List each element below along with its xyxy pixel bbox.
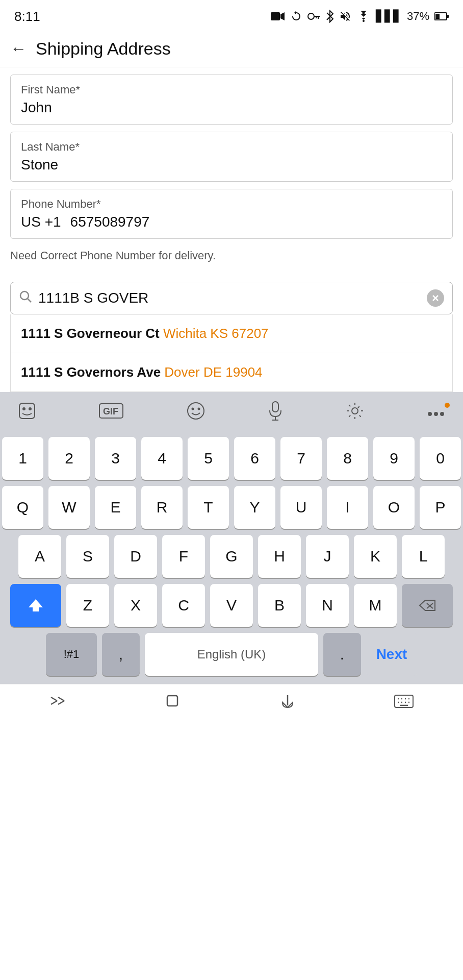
autocomplete-city-2: Dover DE 19904	[164, 364, 262, 380]
space-key[interactable]: English (UK)	[145, 633, 318, 676]
key-0[interactable]: 0	[420, 437, 461, 480]
svg-line-11	[28, 299, 31, 302]
svg-point-10	[20, 291, 29, 300]
svg-rect-3	[314, 16, 320, 17]
key-i[interactable]: I	[327, 486, 368, 529]
key-p[interactable]: P	[420, 486, 461, 529]
key-j[interactable]: J	[306, 535, 349, 578]
key-d[interactable]: D	[114, 535, 157, 578]
key-4[interactable]: 4	[141, 437, 183, 480]
key-2[interactable]: 2	[48, 437, 90, 480]
key-o[interactable]: O	[373, 486, 415, 529]
key-1[interactable]: 1	[2, 437, 43, 480]
keyboard-row-asdf: A S D F G H J K L	[2, 535, 461, 578]
svg-rect-9	[447, 15, 449, 18]
svg-line-33	[51, 701, 57, 704]
autocomplete-address-1: 1111 S Governeour Ct	[21, 326, 160, 341]
autocomplete-address-2: 1111 S Governors Ave	[21, 364, 161, 380]
comma-key[interactable]: ,	[102, 633, 140, 676]
mic-button[interactable]	[263, 399, 288, 426]
key-u[interactable]: U	[280, 486, 322, 529]
battery-percentage: 37%	[407, 10, 429, 23]
last-name-label: Last Name*	[21, 140, 442, 154]
key-b[interactable]: B	[258, 584, 301, 627]
phone-label: Phone Number*	[21, 198, 442, 211]
svg-point-21	[197, 407, 200, 410]
shift-key[interactable]	[10, 584, 61, 627]
key-q[interactable]: Q	[2, 486, 43, 529]
key-7[interactable]: 7	[280, 437, 322, 480]
back-nav-button[interactable]	[37, 687, 79, 719]
key-f[interactable]: F	[162, 535, 205, 578]
key-t[interactable]: T	[188, 486, 229, 529]
key-9[interactable]: 9	[373, 437, 415, 480]
address-search-container[interactable]	[10, 282, 453, 314]
key-x[interactable]: X	[114, 584, 157, 627]
more-button[interactable]	[421, 402, 451, 423]
phone-field[interactable]: Phone Number* US +1 6575089797	[10, 189, 453, 239]
key-n[interactable]: N	[306, 584, 349, 627]
next-key[interactable]: Next	[366, 633, 417, 676]
key-k[interactable]: K	[354, 535, 397, 578]
svg-rect-5	[316, 17, 317, 18]
keyboard-nav-button[interactable]	[381, 688, 426, 718]
sticker-button[interactable]	[12, 399, 42, 426]
key-r[interactable]: R	[141, 486, 183, 529]
svg-point-19	[188, 403, 204, 419]
last-name-field[interactable]: Last Name* Stone	[10, 132, 453, 182]
autocomplete-item[interactable]: 1111 S Governors Ave Dover DE 19904	[11, 353, 452, 391]
autocomplete-item[interactable]: 1111 S Governeour Ct Wichita KS 67207	[11, 314, 452, 353]
address-search-input[interactable]	[38, 290, 427, 306]
search-icon	[19, 290, 32, 307]
key-s[interactable]: S	[66, 535, 109, 578]
svg-rect-22	[272, 402, 278, 412]
settings-button[interactable]	[341, 400, 369, 426]
svg-point-20	[191, 407, 194, 410]
bluetooth-icon	[326, 10, 334, 23]
svg-point-6	[363, 20, 365, 22]
period-key[interactable]: .	[323, 633, 361, 676]
key-y[interactable]: Y	[234, 486, 275, 529]
svg-point-28	[440, 412, 444, 416]
phone-hint: Need Correct Phone Number for delivery.	[0, 246, 463, 270]
keyboard-row-qwerty: Q W E R T Y U I O P	[2, 486, 461, 529]
keyboard-number-row: 1 2 3 4 5 6 7 8 9 0	[2, 437, 461, 480]
keyboard-toolbar: GIF	[0, 392, 463, 433]
svg-rect-0	[271, 12, 280, 20]
home-nav-button[interactable]	[151, 687, 193, 719]
key-w[interactable]: W	[48, 486, 90, 529]
gif-button[interactable]: GIF	[94, 401, 128, 424]
key-g[interactable]: G	[210, 535, 253, 578]
key-6[interactable]: 6	[234, 437, 275, 480]
key-3[interactable]: 3	[95, 437, 136, 480]
key-8[interactable]: 8	[327, 437, 368, 480]
svg-point-27	[434, 412, 438, 416]
svg-point-2	[308, 13, 314, 19]
key-5[interactable]: 5	[188, 437, 229, 480]
first-name-field[interactable]: First Name* John	[10, 75, 453, 125]
emoji-button[interactable]	[181, 399, 211, 426]
svg-marker-29	[29, 599, 43, 611]
phone-row: US +1 6575089797	[21, 214, 442, 230]
autocomplete-list: 1111 S Governeour Ct Wichita KS 67207 11…	[10, 314, 453, 392]
svg-line-34	[58, 697, 64, 701]
autocomplete-city-1: Wichita KS 67207	[163, 326, 269, 341]
key-z[interactable]: Z	[66, 584, 109, 627]
svg-line-35	[58, 701, 64, 704]
key-l[interactable]: L	[402, 535, 445, 578]
key-c[interactable]: C	[162, 584, 205, 627]
back-button[interactable]: ←	[10, 39, 27, 58]
search-clear-button[interactable]	[427, 289, 444, 307]
symbols-key[interactable]: !#1	[46, 633, 97, 676]
status-time: 8:11	[14, 9, 40, 24]
key-m[interactable]: M	[354, 584, 397, 627]
key-e[interactable]: E	[95, 486, 136, 529]
recents-nav-button[interactable]	[267, 687, 308, 719]
svg-point-15	[22, 407, 25, 410]
key-a[interactable]: A	[18, 535, 61, 578]
key-v[interactable]: V	[210, 584, 253, 627]
svg-rect-36	[167, 696, 177, 706]
phone-number: 6575089797	[70, 214, 150, 230]
backspace-key[interactable]	[402, 584, 453, 627]
key-h[interactable]: H	[258, 535, 301, 578]
